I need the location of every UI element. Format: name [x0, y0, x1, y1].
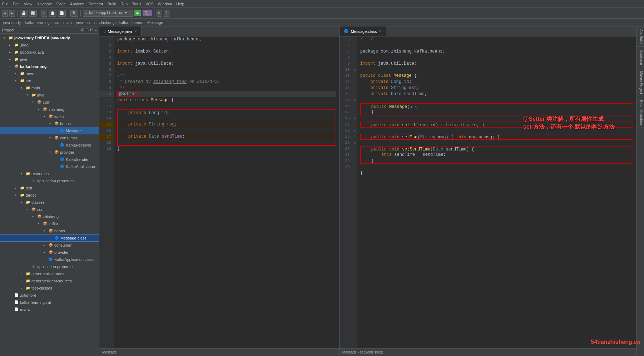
tree-kafka-pkg[interactable]: ▾ 📦 kafka — [0, 113, 99, 120]
toolbar-paste-btn[interactable]: 📄 — [58, 10, 66, 17]
tab-message-java[interactable]: J Message.java ✕ — [99, 26, 142, 36]
left-editor-content[interactable]: 1 2 3 4 5 6 7 8 9 10 11 12 13 — [99, 36, 339, 348]
left-tab-bar: J Message.java ✕ — [99, 26, 339, 36]
code-line-8: * Created by zhisheng_tian on 2018/1/3. — [117, 79, 336, 85]
expand-icon: ▾ — [41, 228, 47, 234]
menu-analyze[interactable]: Analyze — [70, 2, 84, 6]
menu-file[interactable]: File — [2, 2, 9, 6]
tree-kafka-learning[interactable]: ▾ 📦 kafka-learning — [0, 63, 99, 70]
tree-kafka-sender[interactable]: ▸ 🔵 KafkaSender — [0, 156, 99, 163]
code-container: 5 6 7 8 9 10 11 12 13 14 15 16 1 — [340, 36, 636, 348]
tree-kafka2[interactable]: ▾ 📦 kafka — [0, 220, 99, 227]
run-config-dropdown[interactable]: ▶ KafkaApplication ▼ — [83, 10, 133, 17]
run-button[interactable]: ▶ — [134, 10, 141, 16]
tree-main[interactable]: ▾ 📁 main — [0, 84, 99, 92]
bc-java-study[interactable]: java-study — [3, 20, 21, 25]
tab-message-class[interactable]: 🔵 Message.class ✕ — [340, 26, 387, 36]
right-tab-maven[interactable]: Maven Project — [636, 68, 644, 97]
bc-java[interactable]: java — [76, 20, 83, 25]
sidebar-gear-icon[interactable]: ⚙ — [80, 28, 84, 32]
bc-beans[interactable]: beans — [132, 20, 143, 25]
line-numbers: 1 2 3 4 5 6 7 8 9 10 11 12 13 — [99, 36, 114, 348]
tree-consumer[interactable]: ▾ 📦 consumer — [0, 134, 99, 142]
tree-kafka-receiver[interactable]: ▸ 🔵 KafkaReceiver — [0, 142, 99, 149]
tree-test[interactable]: ▸ 📁 test — [0, 184, 99, 192]
bc-message[interactable]: Message — [147, 20, 163, 25]
tree-beans-pkg[interactable]: ▾ 📦 beans — [0, 120, 99, 127]
toolbar-cut-btn[interactable]: ✂ — [41, 10, 47, 17]
menu-refactor[interactable]: Refactor — [88, 2, 103, 6]
toolbar-help-btn[interactable]: ? — [164, 10, 169, 17]
tree-java-folder[interactable]: ▸ 📁 java — [0, 56, 99, 63]
menu-view[interactable]: View — [24, 2, 33, 6]
tree-idea[interactable]: ▸ 📁 .idea — [0, 41, 99, 49]
tree-test-classes[interactable]: ▸ 📁 test-classes — [0, 285, 99, 292]
tree-classes[interactable]: ▾ 📁 classes — [0, 199, 99, 206]
tree-zhisheng[interactable]: ▾ 📦 zhisheng — [0, 106, 99, 113]
expand-icon: ▸ — [24, 264, 30, 270]
menu-navigate[interactable]: Navigate — [36, 2, 52, 6]
tab-close-btn[interactable]: ✕ — [134, 29, 137, 33]
menu-run[interactable]: Run — [120, 2, 128, 6]
tree-app-props2[interactable]: ▸ ⚙ application.properties — [0, 263, 99, 270]
right-tab-bean[interactable]: Bean Validation — [636, 97, 644, 128]
bc-kafka-learning[interactable]: kafka-learning — [25, 20, 50, 25]
tree-google-guava[interactable]: ▸ 📁 google-guava — [0, 49, 99, 56]
tree-target[interactable]: ▾ 📁 target — [0, 192, 99, 199]
tree-generated-sources[interactable]: ▸ 📁 generated-sources — [0, 270, 99, 277]
menu-build[interactable]: Build — [108, 2, 116, 6]
tree-beans2[interactable]: ▾ 📦 beans — [0, 227, 99, 234]
tree-app-props[interactable]: ▸ ⚙ application.properties — [0, 177, 99, 184]
tree-kafka-application[interactable]: ▸ 🔵 KafkaApplication — [0, 163, 99, 170]
bc-main[interactable]: main — [63, 20, 72, 25]
tree-kafka-learning-iml[interactable]: ▸ 📄 kafka-learning.iml — [0, 299, 99, 306]
toolbar-find-btn[interactable]: 🔍 — [70, 10, 78, 17]
bc-com[interactable]: com — [87, 20, 95, 25]
bc-kafka[interactable]: kafka — [119, 20, 128, 25]
toolbar-sync-btn[interactable]: 🔄 — [29, 10, 37, 17]
tree-zhisheng2[interactable]: ▾ 📦 zhisheng — [0, 213, 99, 220]
right-editor-content[interactable]: 5 6 7 8 9 10 11 12 13 14 15 16 1 — [340, 36, 636, 348]
menu-window[interactable]: Window — [158, 2, 172, 6]
tree-java-src[interactable]: ▾ 📂 java — [0, 92, 99, 99]
debug-button[interactable]: 🐛 — [143, 10, 152, 16]
tree-com2[interactable]: ▾ 📦 com — [0, 206, 99, 213]
tree-kafka-application-class[interactable]: ▸ 🔵 KafkaApplication.class — [0, 256, 99, 263]
menu-edit[interactable]: Edit — [13, 2, 20, 6]
tree-gitignore[interactable]: ▸ 📄 .gitignore — [0, 292, 99, 299]
tree-src[interactable]: ▾ 📁 src — [0, 77, 99, 84]
toolbar-settings-btn[interactable]: ⚙ — [157, 10, 162, 17]
sidebar-expand-icon[interactable]: ⊞ — [85, 28, 89, 32]
tree-consumer2[interactable]: ▸ 📦 consumer — [0, 242, 99, 249]
tree-mvn[interactable]: ▸ 📁 .mvn — [0, 70, 99, 77]
folder-icon: 📁 — [8, 35, 14, 41]
dropdown-arrow: ▼ — [125, 11, 127, 15]
toolbar-forward-btn[interactable]: ▶ — [9, 10, 15, 17]
tree-com[interactable]: ▾ 📦 com — [0, 99, 99, 106]
sidebar-settings-icon[interactable]: ≡ — [95, 28, 97, 32]
menu-vcs[interactable]: VCS — [145, 2, 154, 6]
tree-message-java[interactable]: ▸ 🔵 Message — [0, 127, 99, 134]
tree-mvnw[interactable]: ▸ 📄 mvnw — [0, 306, 99, 313]
right-tab-ant[interactable]: Ant Build — [636, 26, 644, 47]
code-line-7: /** — [117, 73, 336, 79]
tab-close-btn[interactable]: ✕ — [379, 29, 382, 33]
tree-resources[interactable]: ▾ 📁 resources — [0, 170, 99, 177]
bc-src[interactable]: src — [54, 20, 59, 25]
menu-code[interactable]: Code — [56, 2, 66, 6]
tree-provider2[interactable]: ▸ 📦 provider — [0, 249, 99, 256]
right-tab-database[interactable]: Database — [636, 47, 644, 68]
code-line-2 — [117, 43, 336, 49]
menu-help[interactable]: Help — [176, 2, 184, 6]
toolbar-back-btn[interactable]: ◀ — [2, 10, 8, 17]
tree-generated-test-sources[interactable]: ▸ 📁 generated-test-sources — [0, 277, 99, 285]
menu-tools[interactable]: Tools — [132, 2, 141, 6]
tree-message-class[interactable]: ▸ 🔵 Message.class — [0, 234, 99, 242]
bc-zhisheng[interactable]: zhisheng — [99, 20, 115, 25]
tree-provider[interactable]: ▾ 📦 provider — [0, 149, 99, 156]
toolbar-copy-btn[interactable]: 📋 — [49, 10, 56, 17]
tree-java-study[interactable]: ▾ 📁 java-study D:\IDEA\java-study — [0, 34, 99, 41]
expand-icon: ▾ — [13, 192, 19, 198]
sidebar-collapse-icon[interactable]: ⊟ — [90, 28, 93, 32]
toolbar-save-btn[interactable]: 💾 — [20, 10, 28, 17]
